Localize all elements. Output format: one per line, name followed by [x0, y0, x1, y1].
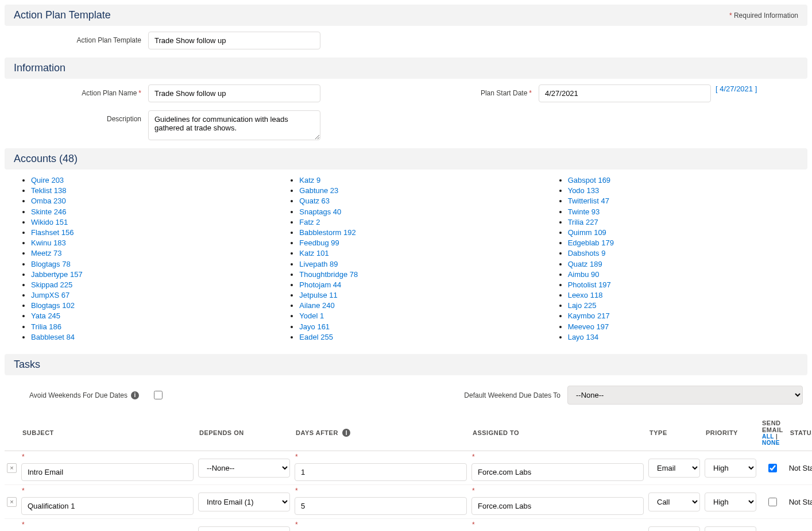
account-link[interactable]: Thoughtbridge 78: [299, 270, 358, 279]
account-link[interactable]: Yata 245: [31, 311, 60, 320]
task-assigned-input[interactable]: [471, 497, 644, 515]
account-link[interactable]: Kaymbo 217: [568, 311, 610, 320]
account-link[interactable]: Skippad 225: [31, 280, 72, 289]
remove-task-button[interactable]: ×: [7, 463, 17, 473]
account-link[interactable]: Photojam 44: [299, 280, 341, 289]
sendemail-none-link[interactable]: NONE: [762, 440, 780, 446]
account-link[interactable]: Feedbug 99: [299, 238, 339, 247]
action-plan-name-input[interactable]: [148, 84, 320, 102]
account-link[interactable]: Layo 134: [568, 333, 599, 341]
account-link[interactable]: Lajo 225: [568, 301, 597, 310]
label-plan-start-date: Plan Start Date*: [395, 84, 539, 97]
accounts-list: Quire 203Teklist 138Omba 230Skinte 246Wi…: [5, 175, 807, 354]
task-subject-input[interactable]: [21, 497, 194, 515]
label-description: Description: [5, 110, 148, 123]
info-icon[interactable]: i: [131, 391, 139, 399]
task-sendemail-checkbox[interactable]: [768, 464, 777, 472]
default-weekend-select[interactable]: --None--: [567, 386, 803, 405]
account-link[interactable]: Ailane 240: [299, 301, 334, 310]
account-link[interactable]: Twinte 93: [568, 207, 600, 216]
label-default-weekend: Default Weekend Due Dates To: [406, 391, 567, 399]
action-plan-template-input[interactable]: [148, 32, 320, 49]
section-title-template: Action Plan Template: [14, 9, 111, 21]
th-depends: DEPENDS ON: [196, 415, 292, 451]
account-link[interactable]: Quire 203: [31, 176, 64, 184]
account-link[interactable]: Blogtags 102: [31, 301, 75, 310]
task-depends-select[interactable]: Qualification 1 (2): [198, 526, 290, 532]
th-subject: SUBJECT: [19, 415, 196, 451]
account-link[interactable]: Trilia 227: [568, 218, 598, 226]
avoid-weekends-checkbox[interactable]: [154, 391, 163, 399]
account-link[interactable]: Photolist 197: [568, 280, 611, 289]
sendemail-all-link[interactable]: ALL: [762, 433, 774, 440]
th-type: TYPE: [646, 415, 702, 451]
th-status: STATUS: [787, 415, 812, 451]
account-link[interactable]: Katz 101: [299, 249, 328, 257]
account-link[interactable]: Quatz 189: [568, 260, 602, 268]
task-assigned-input[interactable]: [471, 463, 644, 481]
section-title-information: Information: [14, 62, 65, 74]
task-row: × * Intro Email (1) * * Call High Not St…: [5, 485, 812, 519]
task-row: × * Qualification 1 (2) * * --None-- Nor…: [5, 519, 812, 532]
account-link[interactable]: Wikido 151: [31, 218, 68, 226]
account-link[interactable]: Yodel 1: [299, 311, 324, 320]
task-depends-select[interactable]: Intro Email (1): [198, 492, 290, 511]
task-days-input[interactable]: [295, 497, 467, 515]
account-link[interactable]: Teklist 138: [31, 186, 66, 195]
account-link[interactable]: Babbleset 84: [31, 333, 75, 341]
account-link[interactable]: Blogtags 78: [31, 260, 71, 268]
account-link[interactable]: Gabtune 23: [299, 186, 338, 195]
section-title-accounts: Accounts (48): [14, 153, 78, 165]
task-priority-select[interactable]: High: [705, 459, 756, 478]
label-action-plan-name: Action Plan Name*: [5, 84, 148, 97]
account-link[interactable]: Omba 230: [31, 197, 66, 205]
account-link[interactable]: Trilia 186: [31, 322, 61, 331]
required-info-note: * Required Information: [729, 11, 798, 20]
account-link[interactable]: Aimbu 90: [568, 270, 600, 279]
account-link[interactable]: Livepath 89: [299, 260, 338, 268]
th-sendemail: SEND EMAIL ALL | NONE: [759, 415, 787, 451]
account-link[interactable]: Babblestorm 192: [299, 228, 355, 237]
account-link[interactable]: Edgeblab 179: [568, 238, 614, 247]
task-row: × * --None-- * * Email High Not Started …: [5, 451, 812, 485]
account-link[interactable]: Jabbertype 157: [31, 270, 83, 279]
account-link[interactable]: Eadel 255: [299, 333, 333, 341]
task-priority-select[interactable]: Normal: [705, 526, 756, 532]
account-link[interactable]: Twitterlist 47: [568, 197, 609, 205]
account-link[interactable]: Dabshots 9: [568, 249, 606, 257]
account-link[interactable]: Skinte 246: [31, 207, 66, 216]
account-link[interactable]: Fatz 2: [299, 218, 320, 226]
account-link[interactable]: Katz 9: [299, 176, 320, 184]
account-link[interactable]: Gabspot 169: [568, 176, 610, 184]
account-link[interactable]: Kwinu 183: [31, 238, 66, 247]
account-link[interactable]: JumpXS 67: [31, 291, 69, 299]
task-type-select[interactable]: Call: [648, 492, 700, 511]
account-link[interactable]: Meetz 73: [31, 249, 61, 257]
account-link[interactable]: Quatz 63: [299, 197, 330, 205]
plan-start-date-input[interactable]: [539, 84, 711, 102]
th-priority: PRIORITY: [702, 415, 759, 451]
account-link[interactable]: Quimm 109: [568, 228, 606, 237]
plan-start-date-link[interactable]: [ 4/27/2021 ]: [716, 84, 757, 93]
task-sendemail-checkbox[interactable]: [768, 498, 777, 506]
description-input[interactable]: Guidelines for communication with leads …: [148, 110, 320, 140]
account-link[interactable]: Snaptags 40: [299, 207, 341, 216]
th-assigned: ASSIGNED TO: [469, 415, 646, 451]
th-days: DAYS AFTER i: [292, 415, 469, 451]
task-status-text: Not Started: [789, 464, 812, 472]
account-link[interactable]: Jayo 161: [299, 322, 330, 331]
info-icon[interactable]: i: [342, 429, 350, 437]
task-priority-select[interactable]: High: [705, 492, 756, 511]
remove-task-button[interactable]: ×: [7, 497, 17, 507]
label-action-plan-template: Action Plan Template: [5, 32, 148, 44]
task-type-select[interactable]: Email: [648, 459, 700, 478]
task-type-select[interactable]: --None--: [648, 526, 700, 532]
account-link[interactable]: Jetpulse 11: [299, 291, 338, 299]
account-link[interactable]: Leexo 118: [568, 291, 603, 299]
account-link[interactable]: Flashset 156: [31, 228, 74, 237]
account-link[interactable]: Yodo 133: [568, 186, 599, 195]
account-link[interactable]: Meeveo 197: [568, 322, 609, 331]
task-days-input[interactable]: [295, 463, 467, 481]
task-depends-select[interactable]: --None--: [198, 459, 290, 478]
task-subject-input[interactable]: [21, 463, 194, 481]
